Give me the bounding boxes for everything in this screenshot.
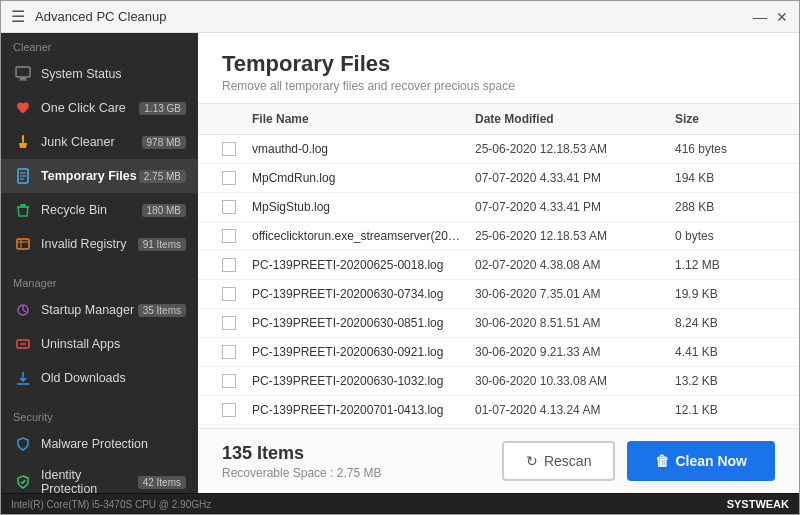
- table-row[interactable]: PC-139PREETI-20200630-0734.log 30-06-202…: [198, 280, 799, 309]
- sidebar-item-recycle-bin[interactable]: Recycle Bin 180 MB: [1, 193, 198, 227]
- svg-rect-0: [16, 67, 30, 77]
- badge-junk-cleaner: 978 MB: [142, 136, 186, 149]
- svg-line-21: [23, 480, 26, 484]
- row-checkbox-3[interactable]: [222, 229, 252, 243]
- row-date-4: 02-07-2020 4.38.08 AM: [475, 258, 675, 272]
- download-icon: [13, 368, 33, 388]
- badge-one-click-care: 1.13 GB: [139, 102, 186, 115]
- content-title: Temporary Files: [222, 51, 775, 77]
- section-security-label: Security: [1, 403, 198, 427]
- shield-icon: [13, 434, 33, 454]
- sidebar-item-identity-protection[interactable]: Identity Protection 42 Items: [1, 461, 198, 493]
- sidebar-item-one-click-care[interactable]: One Click Care 1.13 GB: [1, 91, 198, 125]
- row-size-2: 288 KB: [675, 200, 775, 214]
- col-size-header: Size: [675, 112, 775, 126]
- row-filename-8: PC-139PREETI-20200630-1032.log: [252, 374, 475, 388]
- table-row[interactable]: MpCmdRun.log 07-07-2020 4.33.41 PM 194 K…: [198, 164, 799, 193]
- row-date-9: 01-07-2020 4.13.24 AM: [475, 403, 675, 417]
- file-temp-icon: [13, 166, 33, 186]
- monitor-icon: [13, 64, 33, 84]
- content-subtitle: Remove all temporary files and recover p…: [222, 79, 775, 93]
- row-checkbox-0[interactable]: [222, 142, 252, 156]
- row-size-6: 8.24 KB: [675, 316, 775, 330]
- sidebar-label-identity-protection: Identity Protection: [41, 468, 138, 493]
- main-content: Cleaner System Status One Click Care 1.1…: [1, 33, 799, 493]
- sidebar: Cleaner System Status One Click Care 1.1…: [1, 33, 198, 493]
- row-checkbox-7[interactable]: [222, 345, 252, 359]
- bottom-bar: 135 Items Recoverable Space : 2.75 MB ↻ …: [198, 428, 799, 493]
- row-size-3: 0 bytes: [675, 229, 775, 243]
- close-button[interactable]: ✕: [775, 10, 789, 24]
- row-checkbox-9[interactable]: [222, 403, 252, 417]
- table-row[interactable]: vmauthd-0.log 25-06-2020 12.18.53 AM 416…: [198, 135, 799, 164]
- row-filename-9: PC-139PREETI-20200701-0413.log: [252, 403, 475, 417]
- table-row[interactable]: PC-139PREETI-20200630-1032.log 30-06-202…: [198, 367, 799, 396]
- clean-label: Clean Now: [675, 453, 747, 469]
- row-checkbox-8[interactable]: [222, 374, 252, 388]
- table-row[interactable]: PC-139PREETI-20200630-0851.log 30-06-202…: [198, 309, 799, 338]
- sidebar-label-malware-protection: Malware Protection: [41, 437, 186, 451]
- content-header: Temporary Files Remove all temporary fil…: [198, 33, 799, 104]
- minimize-button[interactable]: —: [753, 10, 767, 24]
- row-checkbox-2[interactable]: [222, 200, 252, 214]
- row-checkbox-1[interactable]: [222, 171, 252, 185]
- row-size-9: 12.1 KB: [675, 403, 775, 417]
- recoverable-space: Recoverable Space : 2.75 MB: [222, 466, 381, 480]
- hamburger-icon[interactable]: ☰: [11, 7, 25, 26]
- sidebar-item-malware-protection[interactable]: Malware Protection: [1, 427, 198, 461]
- row-date-7: 30-06-2020 9.21.33 AM: [475, 345, 675, 359]
- row-size-4: 1.12 MB: [675, 258, 775, 272]
- sidebar-item-junk-cleaner[interactable]: Junk Cleaner 978 MB: [1, 125, 198, 159]
- row-filename-1: MpCmdRun.log: [252, 171, 475, 185]
- sidebar-item-temporary-files[interactable]: Temporary Files 2.75 MB: [1, 159, 198, 193]
- table-row[interactable]: PC-139PREETI-20200701-0413.log 01-07-202…: [198, 396, 799, 425]
- sidebar-label-invalid-registry: Invalid Registry: [41, 237, 138, 251]
- svg-rect-1: [20, 78, 26, 80]
- row-checkbox-4[interactable]: [222, 258, 252, 272]
- rescan-button[interactable]: ↻ Rescan: [502, 441, 615, 481]
- sidebar-label-system-status: System Status: [41, 67, 186, 81]
- sidebar-label-uninstall-apps: Uninstall Apps: [41, 337, 186, 351]
- row-date-6: 30-06-2020 8.51.51 AM: [475, 316, 675, 330]
- sidebar-item-uninstall-apps[interactable]: Uninstall Apps: [1, 327, 198, 361]
- badge-invalid-registry: 91 Items: [138, 238, 186, 251]
- table-row[interactable]: MpSigStub.log 07-07-2020 4.33.41 PM 288 …: [198, 193, 799, 222]
- sidebar-item-startup-manager[interactable]: Startup Manager 35 Items: [1, 293, 198, 327]
- startup-icon: [13, 300, 33, 320]
- row-date-2: 07-07-2020 4.33.41 PM: [475, 200, 675, 214]
- row-filename-5: PC-139PREETI-20200630-0734.log: [252, 287, 475, 301]
- table-row[interactable]: PC-139PREETI-20200630-0921.log 30-06-202…: [198, 338, 799, 367]
- sidebar-item-old-downloads[interactable]: Old Downloads: [1, 361, 198, 395]
- sidebar-item-invalid-registry[interactable]: Invalid Registry 91 Items: [1, 227, 198, 261]
- row-size-0: 416 bytes: [675, 142, 775, 156]
- heart-icon: [13, 98, 33, 118]
- sidebar-label-recycle-bin: Recycle Bin: [41, 203, 142, 217]
- row-filename-4: PC-139PREETI-20200625-0018.log: [252, 258, 475, 272]
- row-date-8: 30-06-2020 10.33.08 AM: [475, 374, 675, 388]
- sidebar-label-startup-manager: Startup Manager: [41, 303, 138, 317]
- row-filename-2: MpSigStub.log: [252, 200, 475, 214]
- clean-now-button[interactable]: 🗑 Clean Now: [627, 441, 775, 481]
- cpu-bar: Intel(R) Core(TM) i5-3470S CPU @ 2.90GHz…: [1, 493, 799, 514]
- brand-label: SYSTWEAK: [727, 498, 789, 510]
- window-title: Advanced PC Cleanup: [35, 9, 167, 24]
- row-checkbox-6[interactable]: [222, 316, 252, 330]
- identity-icon: [13, 472, 33, 492]
- badge-recycle-bin: 180 MB: [142, 204, 186, 217]
- sidebar-item-system-status[interactable]: System Status: [1, 57, 198, 91]
- items-count: 135 Items: [222, 443, 381, 464]
- row-filename-3: officeclicktorun.exe_streamserver(202006…: [252, 229, 475, 243]
- badge-identity-protection: 42 Items: [138, 476, 186, 489]
- sidebar-label-old-downloads: Old Downloads: [41, 371, 186, 385]
- broom-icon: [13, 132, 33, 152]
- badge-startup-manager: 35 Items: [138, 304, 186, 317]
- col-date-header: Date Modified: [475, 112, 675, 126]
- bottom-info: 135 Items Recoverable Space : 2.75 MB: [222, 443, 381, 480]
- recycle-icon: [13, 200, 33, 220]
- brand1: SYS: [727, 498, 749, 510]
- section-manager-label: Manager: [1, 269, 198, 293]
- table-row[interactable]: officeclicktorun.exe_streamserver(202006…: [198, 222, 799, 251]
- row-checkbox-5[interactable]: [222, 287, 252, 301]
- col-filename-header: File Name: [252, 112, 475, 126]
- table-row[interactable]: PC-139PREETI-20200625-0018.log 02-07-202…: [198, 251, 799, 280]
